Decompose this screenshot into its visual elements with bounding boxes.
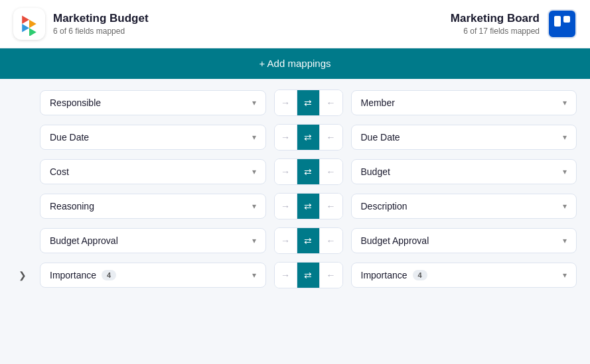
right-field-select-4[interactable]: Description ▾ bbox=[351, 194, 577, 219]
left-chevron-3: ▾ bbox=[252, 167, 256, 176]
right-field-label-5: Budget Approval bbox=[361, 235, 429, 246]
arrow-sync-btn-4[interactable]: ⇄ bbox=[297, 194, 320, 219]
right-chevron-6: ▾ bbox=[563, 271, 567, 280]
left-field-label-3: Cost bbox=[50, 166, 69, 177]
left-field-select-3[interactable]: Cost ▾ bbox=[40, 159, 266, 184]
left-field-select-2[interactable]: Due Date ▾ bbox=[40, 125, 266, 150]
right-app-subtitle: 6 of 17 fields mapped bbox=[451, 27, 540, 36]
right-field-label-1: Member bbox=[361, 97, 395, 108]
trello-logo bbox=[548, 9, 577, 38]
left-app-title: Marketing Budget bbox=[53, 12, 149, 25]
header-left-text: Marketing Budget 6 of 6 fields mapped bbox=[53, 12, 149, 36]
right-chevron-1: ▾ bbox=[563, 98, 567, 107]
left-field-label-6: Importance bbox=[50, 270, 96, 280]
left-chevron-2: ▾ bbox=[252, 133, 256, 142]
right-field-label-3: Budget bbox=[361, 166, 390, 177]
left-field-select-5[interactable]: Budget Approval ▾ bbox=[40, 228, 266, 253]
left-field-select-6[interactable]: Importance 4 ▾ bbox=[40, 263, 266, 288]
left-field-select-1[interactable]: Responsible ▾ bbox=[40, 90, 266, 115]
right-field-select-2[interactable]: Due Date ▾ bbox=[351, 125, 577, 150]
arrow-right-btn-4[interactable]: → bbox=[275, 194, 297, 219]
header-right: Marketing Board 6 of 17 fields mapped bbox=[451, 9, 577, 38]
mapping-row: Reasoning ▾ → ⇄ ← Description ▾ bbox=[13, 193, 577, 219]
left-field-badge-6: 4 bbox=[102, 270, 116, 280]
arrow-sync-btn-2[interactable]: ⇄ bbox=[297, 125, 320, 150]
arrow-left-btn-5[interactable]: ← bbox=[320, 228, 342, 253]
mapping-row: Responsible ▾ → ⇄ ← Member ▾ bbox=[13, 90, 577, 116]
arrow-left-btn-6[interactable]: ← bbox=[320, 263, 342, 288]
left-field-label-2: Due Date bbox=[50, 132, 89, 143]
right-app-title: Marketing Board bbox=[451, 12, 540, 25]
right-field-select-5[interactable]: Budget Approval ▾ bbox=[351, 228, 577, 253]
left-field-label-5: Budget Approval bbox=[50, 235, 118, 246]
arrow-controls-1: → ⇄ ← bbox=[274, 90, 343, 116]
arrow-controls-5: → ⇄ ← bbox=[274, 227, 343, 254]
arrow-sync-btn-5[interactable]: ⇄ bbox=[297, 228, 320, 253]
trello-icon bbox=[553, 15, 571, 33]
arrow-left-btn-1[interactable]: ← bbox=[320, 90, 342, 115]
right-field-badge-6: 4 bbox=[413, 270, 427, 280]
arrow-right-btn-1[interactable]: → bbox=[275, 90, 297, 115]
right-field-select-6[interactable]: Importance 4 ▾ bbox=[351, 263, 577, 288]
arrow-controls-3: → ⇄ ← bbox=[274, 158, 343, 185]
left-field-select-4[interactable]: Reasoning ▾ bbox=[40, 194, 266, 219]
arrow-controls-4: → ⇄ ← bbox=[274, 193, 343, 219]
right-chevron-3: ▾ bbox=[563, 167, 567, 176]
arrow-left-btn-2[interactable]: ← bbox=[320, 125, 342, 150]
arrow-sync-btn-6[interactable]: ⇄ bbox=[297, 263, 320, 288]
left-field-label-4: Reasoning bbox=[50, 201, 94, 212]
header: Marketing Budget 6 of 6 fields mapped Ma… bbox=[0, 0, 590, 48]
arrow-right-btn-2[interactable]: → bbox=[275, 125, 297, 150]
mapping-row: Budget Approval ▾ → ⇄ ← Budget Approval … bbox=[13, 227, 577, 254]
add-mappings-button[interactable]: + Add mappings bbox=[259, 58, 331, 69]
right-field-label-4: Description bbox=[361, 201, 407, 212]
left-app-subtitle: 6 of 6 fields mapped bbox=[53, 27, 149, 36]
mapping-row-importance: ❯ Importance 4 ▾ → ⇄ ← Importance 4 ▾ bbox=[13, 262, 577, 288]
right-field-select-3[interactable]: Budget ▾ bbox=[351, 159, 577, 184]
right-chevron-2: ▾ bbox=[563, 133, 567, 142]
arrow-left-btn-4[interactable]: ← bbox=[320, 194, 342, 219]
arrow-right-btn-3[interactable]: → bbox=[275, 159, 297, 184]
arrow-controls-6: → ⇄ ← bbox=[274, 262, 343, 288]
header-right-text: Marketing Board 6 of 17 fields mapped bbox=[451, 12, 540, 36]
arrow-sync-btn-3[interactable]: ⇄ bbox=[297, 159, 320, 184]
left-chevron-4: ▾ bbox=[252, 202, 256, 211]
right-chevron-5: ▾ bbox=[563, 236, 567, 245]
mapping-row: Due Date ▾ → ⇄ ← Due Date ▾ bbox=[13, 124, 577, 151]
left-field-label-1: Responsible bbox=[50, 97, 101, 108]
add-mappings-bar: + Add mappings bbox=[0, 48, 590, 79]
arrow-right-btn-5[interactable]: → bbox=[275, 228, 297, 253]
app-logo bbox=[13, 8, 45, 40]
arrow-sync-btn-1[interactable]: ⇄ bbox=[297, 90, 320, 115]
right-field-label-2: Due Date bbox=[361, 132, 400, 143]
app-logo-svg bbox=[17, 12, 41, 36]
left-chevron-5: ▾ bbox=[252, 236, 256, 245]
expand-button-6[interactable]: ❯ bbox=[13, 266, 32, 284]
arrow-right-btn-6[interactable]: → bbox=[275, 263, 297, 288]
header-left: Marketing Budget 6 of 6 fields mapped bbox=[13, 8, 149, 40]
arrow-left-btn-3[interactable]: ← bbox=[320, 159, 342, 184]
right-chevron-4: ▾ bbox=[563, 202, 567, 211]
mapping-row: Cost ▾ → ⇄ ← Budget ▾ bbox=[13, 158, 577, 185]
svg-rect-6 bbox=[563, 16, 570, 23]
right-field-select-1[interactable]: Member ▾ bbox=[351, 90, 577, 115]
arrow-controls-2: → ⇄ ← bbox=[274, 124, 343, 151]
svg-rect-5 bbox=[554, 16, 561, 27]
left-chevron-6: ▾ bbox=[252, 271, 256, 280]
mappings-container: Responsible ▾ → ⇄ ← Member ▾ Due Date ▾ … bbox=[0, 79, 590, 299]
left-chevron-1: ▾ bbox=[252, 98, 256, 107]
right-field-label-6: Importance bbox=[361, 270, 407, 280]
